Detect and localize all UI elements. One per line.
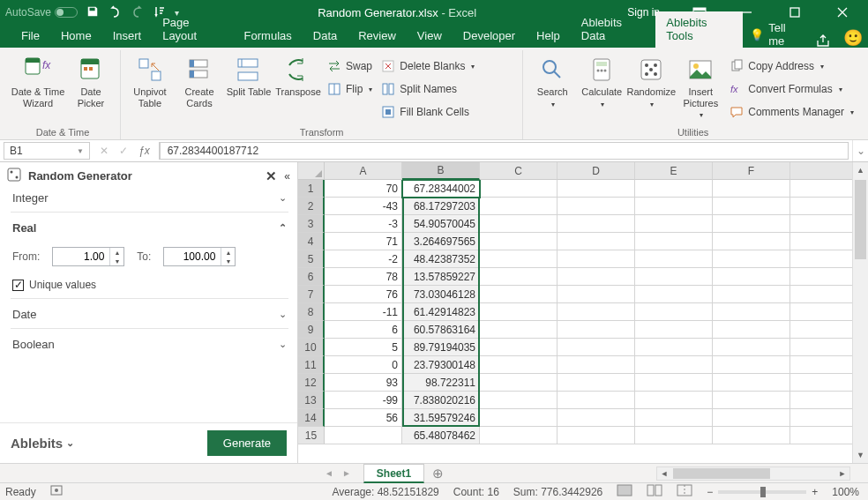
row-header[interactable]: 6	[298, 268, 325, 286]
tab-formulas[interactable]: Formulas	[234, 25, 303, 48]
cell[interactable]	[635, 303, 713, 321]
tab-nav-prev-icon[interactable]: ◄	[325, 468, 333, 478]
row-header[interactable]: 12	[298, 374, 325, 392]
cell[interactable]	[480, 339, 557, 356]
insert-pictures-button[interactable]: Insert Pictures▾	[677, 54, 724, 119]
cell[interactable]: 68.17297203	[402, 198, 480, 215]
cell[interactable]	[480, 215, 557, 233]
view-layout-icon[interactable]	[647, 484, 662, 499]
cell[interactable]	[635, 356, 713, 374]
cell[interactable]: 56	[325, 409, 402, 427]
cell[interactable]: 78	[325, 268, 402, 286]
cell[interactable]	[713, 303, 790, 321]
col-header-B[interactable]: B	[402, 162, 480, 180]
cell[interactable]: -3	[325, 215, 402, 233]
unpivot-table-button[interactable]: Unpivot Table	[126, 54, 174, 108]
flip-button[interactable]: Flip▾	[324, 79, 376, 99]
cell[interactable]: 6	[325, 321, 402, 339]
name-box[interactable]: B1▼	[4, 142, 90, 160]
select-all-corner[interactable]	[298, 162, 325, 180]
cell[interactable]	[635, 215, 713, 233]
search-button[interactable]: Search▾	[528, 54, 576, 108]
cell[interactable]: 76	[325, 286, 402, 303]
cancel-formula-icon[interactable]: ✕	[100, 145, 108, 157]
comments-manager-button[interactable]: Comments Manager▾	[726, 102, 857, 122]
cell[interactable]	[557, 303, 635, 321]
cell[interactable]	[480, 374, 557, 392]
cell[interactable]	[480, 233, 557, 250]
cell[interactable]	[713, 180, 790, 198]
cell[interactable]: 5	[325, 339, 402, 356]
cell[interactable]	[480, 321, 557, 339]
cell[interactable]: 73.03046128	[402, 286, 480, 303]
cell[interactable]	[635, 250, 713, 268]
save-icon[interactable]	[86, 5, 99, 20]
cell[interactable]: 23.79300148	[402, 356, 480, 374]
cell[interactable]	[713, 356, 790, 374]
cell[interactable]	[635, 198, 713, 215]
section-boolean[interactable]: Boolean⌄	[12, 338, 287, 351]
randomize-button[interactable]: Randomize▾	[627, 54, 675, 108]
row-header[interactable]: 5	[298, 250, 325, 268]
cell[interactable]	[635, 321, 713, 339]
panel-collapse-icon[interactable]: «	[284, 170, 290, 183]
fx-icon[interactable]: ƒx	[138, 145, 150, 157]
tab-view[interactable]: View	[407, 25, 453, 48]
tab-insert[interactable]: Insert	[102, 25, 153, 48]
calculate-button[interactable]: Calculate▾	[578, 54, 625, 108]
cell[interactable]: 48.42387352	[402, 250, 480, 268]
cell[interactable]	[635, 374, 713, 392]
cell[interactable]	[713, 392, 790, 409]
cell[interactable]: -43	[325, 198, 402, 215]
cell[interactable]	[557, 286, 635, 303]
cell[interactable]	[480, 409, 557, 427]
horizontal-scrollbar[interactable]: ◄ ►	[656, 466, 850, 481]
row-header[interactable]: 10	[298, 339, 325, 356]
new-sheet-icon[interactable]: ⊕	[428, 464, 447, 483]
transpose-button[interactable]: Transpose	[274, 54, 322, 98]
cell[interactable]	[557, 233, 635, 250]
view-pagebreak-icon[interactable]	[677, 484, 692, 499]
cell[interactable]: 65.48078462	[402, 427, 480, 444]
tellme-button[interactable]: 💡 Tell me	[743, 21, 808, 48]
cell[interactable]: 70	[325, 180, 402, 198]
cell[interactable]	[713, 268, 790, 286]
cell[interactable]	[480, 250, 557, 268]
vertical-scrollbar[interactable]: ▲ ▼	[852, 162, 868, 463]
formula-input[interactable]: 67.2834400187712	[160, 142, 849, 160]
cell[interactable]	[557, 339, 635, 356]
cell[interactable]: 67.28344002	[402, 180, 480, 198]
cell[interactable]	[557, 268, 635, 286]
cell[interactable]: 3.264697565	[402, 233, 480, 250]
cell[interactable]: 98.722311	[402, 374, 480, 392]
view-normal-icon[interactable]	[617, 484, 632, 499]
cell[interactable]	[635, 427, 713, 444]
convert-formulas-button[interactable]: fxConvert Formulas▾	[726, 79, 857, 99]
cell[interactable]: 7.838020216	[402, 392, 480, 409]
cell[interactable]	[635, 392, 713, 409]
cell[interactable]	[557, 374, 635, 392]
tab-developer[interactable]: Developer	[453, 25, 526, 48]
cell[interactable]	[713, 374, 790, 392]
cell[interactable]: -2	[325, 250, 402, 268]
delete-blanks-button[interactable]: Delete Blanks▾	[378, 56, 478, 76]
copy-address-button[interactable]: Copy Address▾	[726, 56, 857, 76]
unique-values-checkbox[interactable]: ✓Unique values	[12, 279, 287, 291]
cell[interactable]	[480, 180, 557, 198]
cell[interactable]	[713, 339, 790, 356]
col-header-F[interactable]: F	[713, 162, 790, 180]
feedback-icon[interactable]: 🙂	[838, 28, 868, 48]
cell[interactable]	[480, 356, 557, 374]
scroll-left-icon[interactable]: ◄	[657, 467, 671, 480]
cell[interactable]	[557, 427, 635, 444]
row-header[interactable]: 14	[298, 409, 325, 427]
cell[interactable]: 93	[325, 374, 402, 392]
cell[interactable]	[557, 215, 635, 233]
spin-up-icon[interactable]: ▲	[110, 248, 123, 257]
row-header[interactable]: 11	[298, 356, 325, 374]
close-icon[interactable]	[822, 0, 863, 25]
cell[interactable]	[713, 286, 790, 303]
tab-review[interactable]: Review	[348, 25, 407, 48]
cell[interactable]: -11	[325, 303, 402, 321]
scroll-thumb[interactable]	[855, 180, 866, 259]
